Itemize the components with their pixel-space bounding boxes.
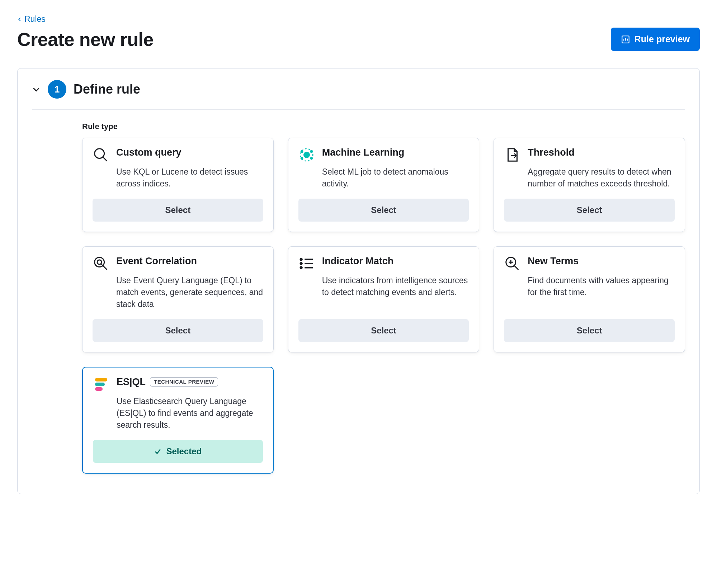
check-icon <box>154 447 162 455</box>
card-indicator-match: Indicator Match Use indicators from inte… <box>288 246 480 352</box>
card-desc: Find documents with values appearing for… <box>528 275 675 310</box>
define-rule-panel: 1 Define rule Rule type Custom query Use… <box>17 68 700 494</box>
card-title: Threshold <box>528 147 575 158</box>
select-indicator-button[interactable]: Select <box>298 319 469 342</box>
breadcrumb-rules[interactable]: Rules <box>17 14 46 24</box>
ml-icon <box>298 147 315 163</box>
card-desc: Use Elasticsearch Query Language (ES|QL)… <box>117 395 263 431</box>
card-desc: Use indicators from intelligence sources… <box>322 275 469 310</box>
search-icon <box>93 147 109 163</box>
select-ml-button[interactable]: Select <box>298 199 469 222</box>
select-esql-button[interactable]: Selected <box>93 440 263 463</box>
rule-preview-label: Rule preview <box>635 34 690 44</box>
card-title: Indicator Match <box>322 255 394 267</box>
card-desc: Aggregate query results to detect when n… <box>528 166 675 190</box>
card-new-terms: New Terms Find documents with values app… <box>494 246 685 352</box>
zoom-in-icon <box>504 255 520 272</box>
zoom-search-icon <box>93 255 109 272</box>
svg-point-9 <box>97 260 102 264</box>
rule-type-cards: Custom query Use KQL or Lucene to detect… <box>82 138 685 474</box>
svg-point-7 <box>311 157 312 159</box>
svg-point-5 <box>311 151 312 152</box>
card-title: Event Correlation <box>116 255 197 267</box>
select-new-terms-button[interactable]: Select <box>504 319 675 342</box>
card-desc: Use Event Query Language (EQL) to match … <box>116 275 263 310</box>
svg-point-12 <box>300 267 302 269</box>
svg-point-8 <box>95 257 104 267</box>
svg-point-10 <box>300 259 302 260</box>
step-title: Define rule <box>74 82 140 97</box>
card-desc: Select ML job to detect anomalous activi… <box>322 166 469 190</box>
card-esql: ES|QL TECHNICAL PREVIEW Use Elasticsearc… <box>82 367 274 474</box>
selected-label: Selected <box>166 446 202 456</box>
page-title: Create new rule <box>17 29 154 50</box>
select-threshold-button[interactable]: Select <box>504 199 675 222</box>
rule-type-label: Rule type <box>82 122 685 131</box>
svg-point-11 <box>300 262 302 264</box>
card-event-correlation: Event Correlation Use Event Query Langua… <box>82 246 274 352</box>
list-icon <box>298 255 315 272</box>
rule-preview-button[interactable]: Rule preview <box>611 28 700 51</box>
card-machine-learning: Machine Learning Select ML job to detect… <box>288 138 480 232</box>
card-desc: Use KQL or Lucene to detect issues acros… <box>116 166 263 190</box>
card-title: New Terms <box>528 255 579 267</box>
esql-icon <box>93 376 109 393</box>
svg-point-2 <box>304 152 309 157</box>
step-number: 1 <box>55 84 60 95</box>
select-eql-button[interactable]: Select <box>93 319 263 342</box>
card-title: Custom query <box>116 147 181 158</box>
chevron-left-icon <box>17 17 22 22</box>
card-custom-query: Custom query Use KQL or Lucene to detect… <box>82 138 274 232</box>
step-number-badge: 1 <box>48 80 66 99</box>
breadcrumb-label: Rules <box>24 14 46 24</box>
chevron-down-icon[interactable] <box>32 85 41 94</box>
svg-point-1 <box>95 149 104 158</box>
card-threshold: Threshold Aggregate query results to det… <box>494 138 685 232</box>
chart-preview-icon <box>621 35 630 44</box>
card-title-text: ES|QL <box>117 376 146 388</box>
card-title: Machine Learning <box>322 147 405 158</box>
document-next-icon <box>504 147 520 163</box>
technical-preview-badge: TECHNICAL PREVIEW <box>150 377 218 387</box>
card-title: ES|QL TECHNICAL PREVIEW <box>117 376 218 388</box>
svg-point-6 <box>301 157 303 159</box>
select-custom-query-button[interactable]: Select <box>93 199 263 222</box>
svg-point-4 <box>301 151 303 152</box>
step-header: 1 Define rule <box>32 80 685 110</box>
